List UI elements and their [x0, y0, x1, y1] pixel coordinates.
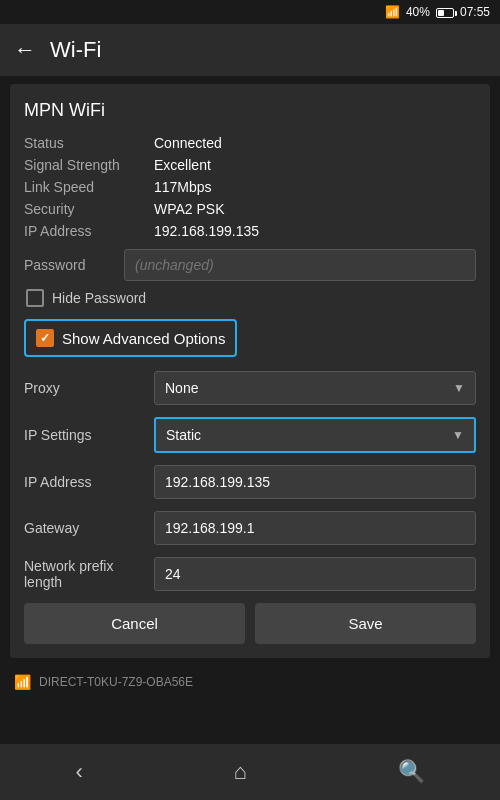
ip-settings-dropdown-arrow-icon: ▼: [452, 428, 464, 442]
password-row: Password: [24, 249, 476, 281]
status-bar: 📶 40% 07:55: [0, 0, 500, 24]
ip-address-info-label: IP Address: [24, 223, 154, 239]
battery-percent: 40%: [406, 5, 430, 19]
battery-icon-container: [436, 5, 454, 19]
security-label: Security: [24, 201, 154, 217]
ip-address-field[interactable]: [154, 465, 476, 499]
cancel-button[interactable]: Cancel: [24, 603, 245, 644]
link-speed-label: Link Speed: [24, 179, 154, 195]
advanced-options-checkbox[interactable]: [36, 329, 54, 347]
proxy-dropdown-arrow-icon: ▼: [453, 381, 465, 395]
action-buttons: Cancel Save: [24, 603, 476, 644]
password-input[interactable]: [124, 249, 476, 281]
proxy-dropdown[interactable]: None ▼: [154, 371, 476, 405]
gateway-field[interactable]: [154, 511, 476, 545]
bottom-network-name: DIRECT-T0KU-7Z9-OBA56E: [39, 675, 193, 689]
hide-password-checkbox[interactable]: [26, 289, 44, 307]
time-display: 07:55: [460, 5, 490, 19]
network-prefix-field[interactable]: [154, 557, 476, 591]
password-label: Password: [24, 257, 124, 273]
page-title: Wi-Fi: [50, 37, 101, 63]
security-row: Security WPA2 PSK: [24, 201, 476, 217]
show-advanced-options-row[interactable]: Show Advanced Options: [24, 319, 237, 357]
hide-password-row[interactable]: Hide Password: [26, 289, 476, 307]
ip-address-info-value: 192.168.199.135: [154, 223, 259, 239]
nav-search-button[interactable]: 🔍: [398, 759, 425, 785]
network-prefix-row: Network prefix length: [24, 557, 476, 591]
ip-settings-label: IP Settings: [24, 427, 154, 443]
bottom-nav: ‹ ⌂ 🔍: [0, 744, 500, 800]
link-speed-value: 117Mbps: [154, 179, 212, 195]
nav-home-button[interactable]: ⌂: [234, 759, 247, 785]
proxy-label: Proxy: [24, 380, 154, 396]
gateway-label: Gateway: [24, 520, 154, 536]
network-name: MPN WiFi: [24, 100, 476, 121]
status-value: Connected: [154, 135, 222, 151]
proxy-row: Proxy None ▼: [24, 371, 476, 405]
wifi-detail-card: MPN WiFi Status Connected Signal Strengt…: [10, 84, 490, 658]
signal-row: Signal Strength Excellent: [24, 157, 476, 173]
status-label: Status: [24, 135, 154, 151]
signal-value: Excellent: [154, 157, 211, 173]
hide-password-label: Hide Password: [52, 290, 146, 306]
advanced-options-label: Show Advanced Options: [62, 330, 225, 347]
status-row: Status Connected: [24, 135, 476, 151]
signal-label: Signal Strength: [24, 157, 154, 173]
top-nav: ← Wi-Fi: [0, 24, 500, 76]
network-prefix-label: Network prefix length: [24, 558, 154, 590]
security-value: WPA2 PSK: [154, 201, 225, 217]
proxy-value: None: [165, 380, 198, 396]
link-speed-row: Link Speed 117Mbps: [24, 179, 476, 195]
nav-back-button[interactable]: ‹: [75, 759, 82, 785]
ip-settings-row: IP Settings Static ▼: [24, 417, 476, 453]
bottom-network-item[interactable]: 📶 DIRECT-T0KU-7Z9-OBA56E: [0, 666, 500, 698]
gateway-row: Gateway: [24, 511, 476, 545]
ip-address-input-label: IP Address: [24, 474, 154, 490]
back-button[interactable]: ←: [14, 37, 36, 63]
wifi-small-icon: 📶: [14, 674, 31, 690]
ip-settings-value: Static: [166, 427, 201, 443]
ip-settings-dropdown[interactable]: Static ▼: [154, 417, 476, 453]
ip-address-input-row: IP Address: [24, 465, 476, 499]
wifi-status-icon: 📶: [385, 5, 400, 19]
ip-address-info-row: IP Address 192.168.199.135: [24, 223, 476, 239]
save-button[interactable]: Save: [255, 603, 476, 644]
